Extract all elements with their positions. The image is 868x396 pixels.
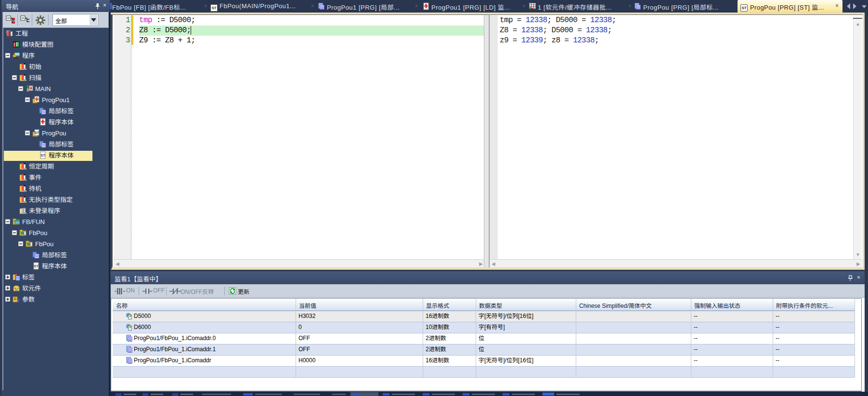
svg-text:ST: ST — [40, 153, 45, 158]
svg-text:ST: ST — [35, 131, 39, 134]
svg-text:ST: ST — [34, 264, 39, 268]
